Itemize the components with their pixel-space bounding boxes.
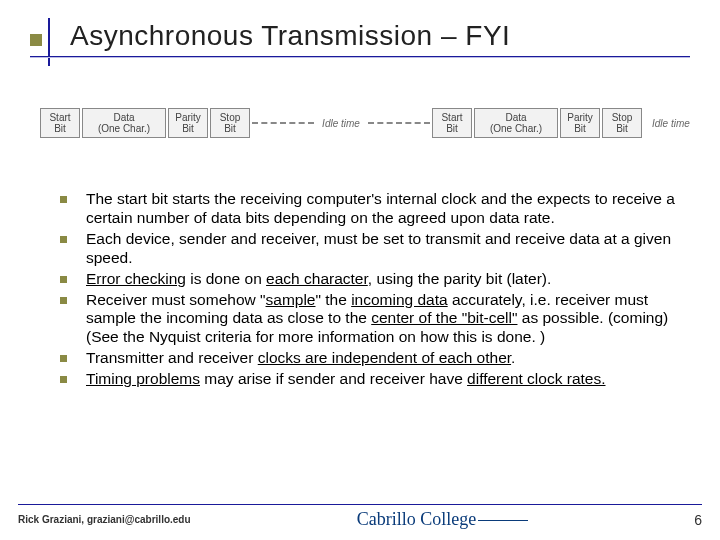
frame1-stop-bit: Stop Bit	[210, 108, 250, 138]
text: " the	[315, 291, 351, 308]
frame2-stop-bit: Stop Bit	[602, 108, 642, 138]
text: The start bit starts the receiving compu…	[86, 190, 675, 226]
label: Bit	[607, 123, 637, 134]
title-row: Asynchronous Transmission – FYI	[30, 18, 690, 66]
logo-tail-icon	[478, 520, 528, 521]
text: clocks are independent of each other	[258, 349, 511, 366]
bullet-4: Receiver must somehow "sample" the incom…	[60, 291, 680, 348]
idle-label: Idle time	[318, 118, 364, 129]
bullet-3: Error checking is done on each character…	[60, 270, 680, 289]
text: may arise if sender and receiver have	[200, 370, 467, 387]
frame1-start-bit: Start Bit	[40, 108, 80, 138]
text: , using the parity bit (later).	[368, 270, 552, 287]
bullet-6: Timing problems may arise if sender and …	[60, 370, 680, 389]
label: Data	[87, 112, 161, 123]
page-title: Asynchronous Transmission – FYI	[70, 20, 510, 52]
text: Timing problems	[86, 370, 200, 387]
idle-gap: Idle time	[252, 118, 430, 129]
title-bullet-icon	[30, 34, 42, 46]
text: center of the "bit-cell"	[371, 309, 517, 326]
text: Transmitter and receiver	[86, 349, 258, 366]
label: Stop	[607, 112, 637, 123]
frame-diagram: Start Bit Data (One Char.) Parity Bit St…	[40, 108, 680, 138]
text: each character	[266, 270, 368, 287]
frame2-parity-bit: Parity Bit	[560, 108, 600, 138]
idle-tail: Idle time	[644, 118, 680, 129]
title-divider-icon	[48, 18, 50, 66]
bullet-2: Each device, sender and receiver, must b…	[60, 230, 680, 268]
label: Bit	[45, 123, 75, 134]
text: Error checking	[86, 270, 186, 287]
body-text: The start bit starts the receiving compu…	[60, 190, 680, 391]
bullet-5: Transmitter and receiver clocks are inde…	[60, 349, 680, 368]
label: Parity	[173, 112, 203, 123]
text: different clock rates.	[467, 370, 605, 387]
text: is done on	[186, 270, 266, 287]
text: Receiver must somehow "	[86, 291, 266, 308]
label: Data	[479, 112, 553, 123]
text: sample	[266, 291, 316, 308]
idle-dash-icon	[368, 122, 430, 124]
slide: Asynchronous Transmission – FYI Start Bi…	[0, 0, 720, 540]
frame1-parity-bit: Parity Bit	[168, 108, 208, 138]
label: Parity	[565, 112, 595, 123]
label: Bit	[437, 123, 467, 134]
footer-logo: Cabrillo College	[351, 509, 534, 530]
label: Bit	[565, 123, 595, 134]
label: (One Char.)	[479, 123, 553, 134]
text: .	[511, 349, 515, 366]
logo-text: Cabrillo College	[357, 509, 476, 529]
bullet-1: The start bit starts the receiving compu…	[60, 190, 680, 228]
page-number: 6	[694, 512, 702, 528]
text: incoming data	[351, 291, 448, 308]
label: Stop	[215, 112, 245, 123]
idle-label: Idle time	[648, 118, 694, 129]
footer-author: Rick Graziani, graziani@cabrillo.edu	[18, 514, 191, 525]
footer: Rick Graziani, graziani@cabrillo.edu Cab…	[18, 504, 702, 530]
frame1-data: Data (One Char.)	[82, 108, 166, 138]
label: Bit	[173, 123, 203, 134]
label: Bit	[215, 123, 245, 134]
frame2-start-bit: Start Bit	[432, 108, 472, 138]
label: (One Char.)	[87, 123, 161, 134]
frame2-data: Data (One Char.)	[474, 108, 558, 138]
label: Start	[437, 112, 467, 123]
idle-dash-icon	[252, 122, 314, 124]
text: Each device, sender and receiver, must b…	[86, 230, 671, 266]
label: Start	[45, 112, 75, 123]
title-underline-icon	[30, 56, 690, 58]
